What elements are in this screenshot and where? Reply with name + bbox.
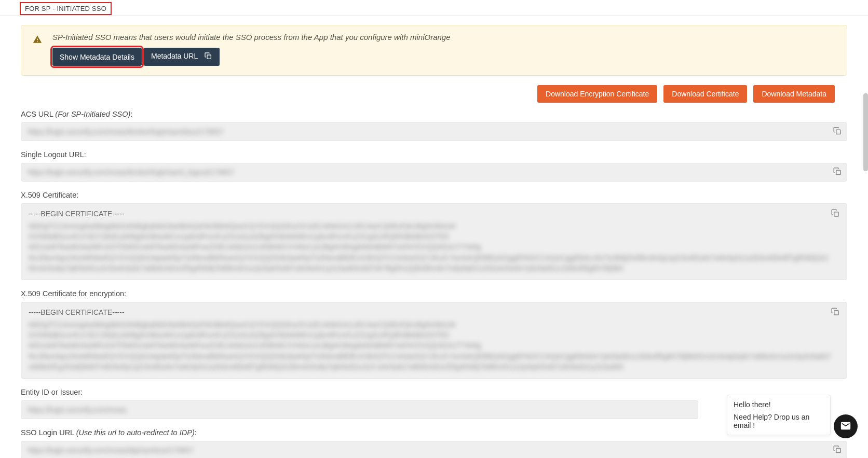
- svg-rect-2: [836, 170, 840, 174]
- chat-help-text: Need Help? Drop us an email !: [734, 413, 824, 429]
- copy-icon[interactable]: [833, 445, 842, 456]
- metadata-url-button[interactable]: Metadata URL: [144, 48, 220, 66]
- slo-url-label: Single Logout URL:: [21, 150, 847, 159]
- copy-icon[interactable]: [831, 307, 840, 318]
- copy-icon[interactable]: [833, 127, 842, 137]
- download-metadata-button[interactable]: Download Metadata: [753, 85, 835, 103]
- copy-icon: [204, 53, 212, 62]
- svg-rect-3: [834, 212, 838, 216]
- tab-sp-initiated-sso[interactable]: FOR SP - INITIATED SSO: [20, 2, 112, 15]
- slo-url-input[interactable]: https://login.xecurify.com/moas/broker/l…: [21, 163, 847, 182]
- svg-rect-5: [836, 448, 840, 452]
- entity-id-input[interactable]: https://login.xecurify.com/moas: [21, 400, 698, 419]
- sso-login-url-input[interactable]: https://login.xecurify.com/moas/idp/saml…: [21, 441, 847, 458]
- show-metadata-details-button[interactable]: Show Metadata Details: [52, 48, 142, 66]
- scrollbar-thumb[interactable]: [863, 93, 868, 171]
- chat-button[interactable]: [834, 414, 858, 438]
- metadata-url-label: Metadata URL: [151, 52, 198, 60]
- x509-label: X.509 Certificate:: [21, 191, 847, 199]
- copy-icon[interactable]: [831, 209, 840, 219]
- x509-enc-label: X.509 Certificate for encryption:: [21, 289, 847, 298]
- sso-login-url-label: SSO Login URL (Use this url to auto-redi…: [21, 428, 847, 437]
- download-encryption-cert-button[interactable]: Download Encryption Certificate: [537, 85, 657, 103]
- alert-text: SP-Initiated SSO means that users would …: [52, 33, 835, 41]
- svg-rect-4: [834, 311, 838, 315]
- x509-certificate-box[interactable]: -----BEGIN CERTIFICATE----- MIIDgTCCAmmg…: [21, 203, 847, 280]
- x509-encryption-certificate-box[interactable]: -----BEGIN CERTIFICATE----- MIIDgTCCAmmg…: [21, 302, 847, 379]
- mail-icon: [840, 420, 851, 433]
- svg-rect-1: [836, 130, 840, 134]
- svg-rect-0: [207, 55, 211, 59]
- acs-url-input[interactable]: https://login.xecurify.com/moas/broker/l…: [21, 122, 847, 141]
- acs-url-label: ACS URL (For SP-Initiated SSO):: [21, 110, 847, 118]
- info-alert: SP-Initiated SSO means that users would …: [21, 25, 847, 76]
- chat-greeting: Hello there!: [734, 400, 824, 409]
- warning-icon: [33, 35, 42, 47]
- chat-popup: Hello there! Need Help? Drop us an email…: [727, 395, 831, 435]
- download-certificate-button[interactable]: Download Certificate: [663, 85, 747, 103]
- entity-id-label: Entity ID or Issuer:: [21, 388, 847, 396]
- copy-icon[interactable]: [833, 167, 842, 178]
